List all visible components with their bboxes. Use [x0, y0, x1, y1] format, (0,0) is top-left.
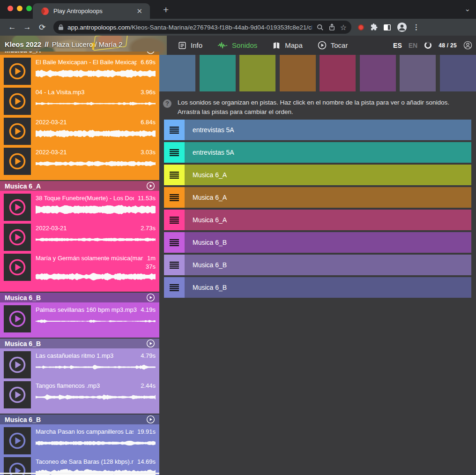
clip-item[interactable]: Tangos flamencos .mp32.44s [0, 380, 159, 410]
clip-item[interactable]: Taconeo de Sara Baras (128 kbps).mp314.6… [0, 456, 159, 475]
reload-button[interactable]: ⟳ [35, 23, 50, 32]
section-header[interactable]: Musica 6_B [0, 293, 159, 302]
minimize-window-button[interactable] [17, 6, 22, 11]
breadcrumb: Kleos 2022//Plaza Lucero / María 2 [5, 40, 123, 48]
section-play-icon[interactable] [146, 181, 155, 190]
drag-handle[interactable] [164, 120, 185, 140]
track-color-square[interactable] [280, 55, 316, 91]
section-header[interactable]: Musica 6_B [0, 415, 159, 424]
track-row[interactable]: Musica 6_A [164, 187, 471, 208]
help-note: ? Los sonidos se organizan en pistas. Ha… [163, 98, 472, 117]
profile-avatar[interactable] [397, 22, 407, 32]
section-header[interactable]: Musica 6_B [0, 339, 159, 348]
drag-handle[interactable] [164, 232, 185, 253]
tab-list-chevron-icon[interactable]: ⌄ [464, 5, 470, 13]
drag-handle[interactable] [164, 142, 185, 163]
track-row[interactable]: Musica 6_A [164, 210, 471, 230]
track-color-square[interactable] [239, 55, 275, 91]
clip-item[interactable]: Palmas sevillanas 160 bpm mp3.mp34.19s [0, 304, 159, 334]
track-name[interactable]: Musica 6_B [185, 232, 227, 253]
clip-play-button[interactable] [4, 224, 31, 251]
track-color-square[interactable] [200, 55, 236, 91]
browser-tab[interactable]: Play Antropoloops ✕ [33, 3, 150, 19]
clip-play-button[interactable] [4, 148, 31, 175]
clip-item[interactable]: 2022-03-216.84s [0, 116, 159, 146]
share-icon[interactable] [328, 23, 335, 31]
section-header[interactable]: Musica 6_A [0, 52, 159, 55]
section-name[interactable]: Musica 6_B [5, 340, 41, 347]
clip-item[interactable]: 2022-03-212.73s [0, 222, 159, 252]
track-color-square[interactable] [440, 55, 476, 91]
clip-play-button[interactable] [4, 88, 31, 115]
extensions-puzzle-icon[interactable] [370, 23, 378, 31]
drag-handle[interactable] [164, 277, 185, 298]
address-bar[interactable]: app.antropoloops.com/Kleos-Santa-Marina/… [53, 21, 351, 34]
track-name[interactable]: Musica 6_A [185, 187, 227, 208]
track-row[interactable]: entrevistas 5A [164, 142, 471, 163]
track-row[interactable]: Musica 6_B [164, 255, 471, 275]
zoom-page-icon[interactable] [317, 24, 324, 31]
sidebar-cut-section-header[interactable]: Musica 6_A [0, 52, 159, 55]
section-name[interactable]: Musica 6_A [5, 52, 41, 54]
clip-item[interactable]: 04 - La Visita.mp33.96s [0, 86, 159, 116]
drag-handle[interactable] [164, 255, 185, 275]
browser-toolbar: ← → ⟳ app.antropoloops.com/Kleos-Santa-M… [0, 19, 476, 36]
clip-item[interactable]: Marcha Pasan los campanilleros Las Mejor… [0, 426, 159, 456]
maximize-window-button[interactable] [26, 6, 32, 11]
track-row[interactable]: entrevistas 5A [164, 120, 471, 140]
bookmark-star-icon[interactable]: ☆ [340, 23, 347, 32]
clip-play-button[interactable] [4, 194, 31, 221]
clip-play-button[interactable] [4, 381, 31, 408]
track-name[interactable]: Musica 6_B [185, 255, 227, 275]
track-name[interactable]: Musica 6_A [185, 165, 227, 185]
lang-en-button[interactable]: EN [409, 42, 417, 49]
section-header[interactable]: Musica 6_A [0, 181, 159, 191]
side-panel-icon[interactable] [383, 24, 391, 31]
clip-play-button[interactable] [4, 351, 31, 378]
track-row[interactable]: Musica 6_B [164, 277, 471, 298]
section-play-icon[interactable] [146, 52, 155, 54]
track-color-square[interactable] [400, 55, 436, 91]
section-play-icon[interactable] [146, 339, 155, 348]
browser-menu-icon[interactable]: ⋮ [413, 23, 420, 31]
new-tab-button[interactable]: + [159, 4, 172, 15]
track-name[interactable]: entrevistas 5A [185, 120, 234, 140]
tab-mapa[interactable]: Mapa [268, 41, 313, 49]
track-name[interactable]: entrevistas 5A [185, 142, 234, 163]
track-name[interactable]: Musica 6_A [185, 210, 227, 230]
section-name[interactable]: Musica 6_B [5, 294, 41, 302]
clip-play-button[interactable] [4, 305, 31, 332]
drag-handle[interactable] [164, 165, 185, 185]
forward-button[interactable]: → [20, 23, 35, 32]
recording-extension-icon[interactable] [358, 24, 364, 30]
clip-play-button[interactable] [4, 254, 31, 281]
clip-play-button[interactable] [4, 427, 31, 454]
clip-play-button[interactable] [4, 118, 31, 145]
track-color-square[interactable] [159, 55, 195, 91]
track-color-square[interactable] [360, 55, 396, 91]
lang-es-button[interactable]: ES [393, 42, 402, 49]
clip-play-button[interactable] [4, 58, 31, 85]
track-row[interactable]: Musica 6_A [164, 165, 471, 185]
section-play-icon[interactable] [146, 415, 155, 424]
close-window-button[interactable] [7, 6, 13, 11]
section-play-icon[interactable] [146, 293, 155, 302]
section-name[interactable]: Musica 6_A [5, 182, 41, 190]
tab-info[interactable]: Info [173, 41, 213, 50]
track-row[interactable]: Musica 6_B [164, 232, 471, 253]
back-button[interactable]: ← [5, 23, 20, 32]
clip-item[interactable]: 38 Toque Funebre(Muerte) - Los Doce Par.… [0, 192, 159, 222]
clip-item[interactable]: El Baile Mexicapan - El Baile Mexicapan.… [0, 56, 159, 86]
clip-item[interactable]: Las castañuelas ritmo 1.mp34.79s [0, 350, 159, 380]
clip-item[interactable]: 2022-03-213.03s [0, 146, 159, 176]
account-icon[interactable] [463, 41, 472, 50]
track-color-square[interactable] [320, 55, 356, 91]
tab-close-icon[interactable]: ✕ [134, 7, 145, 15]
track-name[interactable]: Musica 6_B [185, 277, 227, 298]
clip-item[interactable]: María y Germán solamente música(maría 2.… [0, 252, 159, 288]
drag-handle[interactable] [164, 210, 185, 230]
section-name[interactable]: Musica 6_B [5, 416, 41, 423]
drag-handle[interactable] [164, 187, 185, 208]
tab-sonidos[interactable]: Sonidos [213, 41, 268, 49]
tab-tocar[interactable]: Tocar [313, 41, 358, 50]
